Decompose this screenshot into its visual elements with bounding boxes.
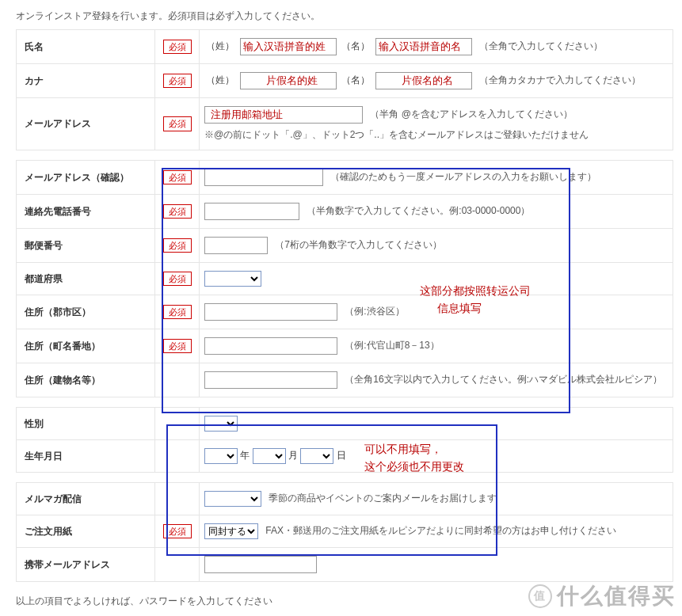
label-addr-city: 住所（郡市区） <box>17 295 155 329</box>
select-order-paper[interactable]: 同封する <box>204 523 258 539</box>
input-addr-bldg[interactable] <box>204 371 337 389</box>
required-badge: 必須 <box>163 339 192 353</box>
label-phone: 連絡先電話番号 <box>17 195 155 229</box>
anno-forwarding: 这部分都按照转运公司 信息填写 <box>420 282 531 318</box>
label-order-paper: ご注文用紙 <box>17 515 155 548</box>
label-mobile-mail: 携帯メールアドレス <box>17 548 155 582</box>
form-table-2: メールアドレス（確認） 必須 （確認のためもう一度メールアドレスの入力をお願いし… <box>16 160 673 397</box>
hint-email-confirm: （確認のためもう一度メールアドレスの入力をお願いします） <box>330 171 596 182</box>
hint-kana: （全角カタカナで入力してください） <box>479 74 641 86</box>
input-sei[interactable] <box>240 38 337 55</box>
note-email: ※@の前にドット「.@」、ドット2つ「..」を含むメールアドレスはご登録いただけ… <box>204 128 666 142</box>
unit-year: 年 <box>240 450 250 461</box>
required-badge: 必須 <box>163 524 192 538</box>
required-badge: 必須 <box>163 204 192 219</box>
required-badge: 必須 <box>163 74 192 88</box>
prefix-sei-kana: （姓） <box>206 74 234 86</box>
form-table-3: 性別 生年月日 年 月 日 <box>16 407 673 473</box>
unit-month: 月 <box>288 450 298 461</box>
label-mailmag: メルマガ配信 <box>17 483 155 515</box>
input-email[interactable] <box>204 106 363 124</box>
label-gender: 性別 <box>17 408 155 440</box>
intro-text: オンラインストア登録を行います。必須項目は必ず入力してください。 <box>0 0 682 29</box>
hint-phone: （半角数字で入力してください。例:03-0000-0000） <box>307 205 530 216</box>
select-birth-month[interactable] <box>253 448 286 464</box>
anno-optional: 可以不用填写， 这个必须也不用更改 <box>364 440 464 476</box>
input-mei-kana[interactable] <box>375 72 472 89</box>
prefix-mei-kana: （名） <box>341 74 370 86</box>
label-birth: 生年月日 <box>17 440 155 473</box>
prefix-mei: （名） <box>341 40 370 51</box>
select-birth-year[interactable] <box>204 448 238 464</box>
required-badge: 必須 <box>163 238 192 253</box>
hint-postal: （7桁の半角数字で入力してください） <box>275 239 442 250</box>
label-email-confirm: メールアドレス（確認） <box>17 161 155 195</box>
input-postal[interactable] <box>204 237 268 254</box>
hint-email: （半角 @を含むアドレスを入力してください） <box>370 108 573 120</box>
footer-note: 以上の項目でよろしければ、パスワードを入力してください <box>0 591 682 616</box>
input-addr-city[interactable] <box>204 303 337 321</box>
required-badge: 必須 <box>163 116 192 131</box>
input-phone[interactable] <box>204 203 299 220</box>
required-badge: 必須 <box>163 170 192 184</box>
label-email: メールアドレス <box>17 98 155 150</box>
label-postal: 郵便番号 <box>17 229 155 263</box>
label-addr-town: 住所（町名番地） <box>17 329 155 363</box>
required-badge: 必須 <box>163 40 192 54</box>
unit-day: 日 <box>337 450 346 461</box>
input-email-confirm[interactable] <box>204 169 323 186</box>
select-birth-day[interactable] <box>300 448 333 464</box>
prefix-sei: （姓） <box>206 40 234 51</box>
form-table-1: 氏名 必須 （姓） 输入汉语拼音的姓 （名） 输入汉语拼音的名 （全角で入力して… <box>16 29 673 150</box>
hint-name: （全角で入力してください） <box>479 40 603 51</box>
select-prefecture[interactable] <box>204 271 261 287</box>
label-name: 氏名 <box>17 30 155 64</box>
label-kana: カナ <box>17 64 155 98</box>
hint-mailmag: 季節の商品やイベントのご案内メールをお届けします <box>269 492 497 504</box>
input-addr-town[interactable] <box>204 337 337 355</box>
input-mobile-mail[interactable] <box>204 556 317 573</box>
label-prefecture: 都道府県 <box>17 263 155 295</box>
input-sei-kana[interactable] <box>240 72 337 89</box>
input-mei[interactable] <box>375 38 472 55</box>
hint-addr-town: （例:代官山町8－13） <box>345 340 439 351</box>
hint-addr-city: （例:渋谷区） <box>345 306 404 317</box>
hint-order-paper: FAX・郵送用のご注文用紙をルピシアだよりに同封希望の方はお申し付けください <box>265 525 616 536</box>
required-badge: 必須 <box>163 305 192 319</box>
required-badge: 必須 <box>163 272 192 286</box>
hint-addr-bldg: （全角16文字以内で入力してください。例:ハマダビル株式会社ルピシア） <box>345 374 662 385</box>
select-mailmag[interactable] <box>204 491 261 507</box>
select-gender[interactable] <box>204 416 238 432</box>
form-table-4: メルマガ配信 季節の商品やイベントのご案内メールをお届けします ご注文用紙 必須… <box>16 482 673 582</box>
label-addr-bldg: 住所（建物名等） <box>17 363 155 397</box>
